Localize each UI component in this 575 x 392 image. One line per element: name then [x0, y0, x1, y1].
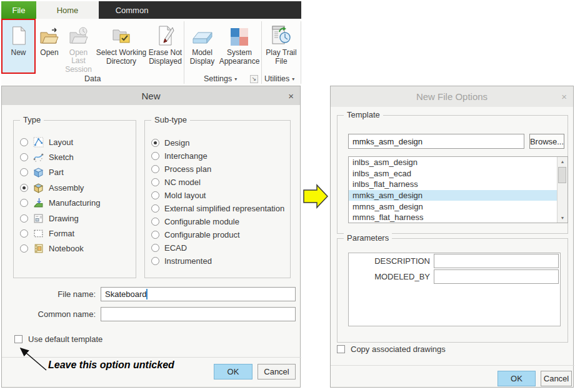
- subtype-option-ecad[interactable]: ECAD: [145, 241, 290, 254]
- ribbon-tab-bar: File Home Common: [1, 1, 301, 19]
- ribbon-divider: [184, 21, 184, 84]
- ribbon-group-data: Data: [84, 74, 101, 83]
- drawing-icon: [33, 213, 44, 224]
- subtype-option-interchange[interactable]: Interchange: [145, 149, 290, 163]
- cancel-button[interactable]: Cancel: [258, 364, 296, 379]
- close-icon[interactable]: ×: [288, 86, 294, 105]
- subtype-option-label: Design: [164, 138, 189, 148]
- subtype-option-label: NC model: [164, 178, 201, 187]
- close-icon[interactable]: ×: [561, 86, 567, 107]
- list-item[interactable]: mmns_flat_harness: [349, 212, 568, 223]
- subtype-option-instrumented[interactable]: Instrumented: [145, 254, 290, 268]
- subtype-option-design[interactable]: Design: [145, 136, 290, 149]
- template-listbox: inlbs_asm_design inlbs_asm_ecad inlbs_fl…: [348, 156, 568, 223]
- list-item[interactable]: inlbs_asm_ecad: [349, 168, 568, 179]
- sketch-icon: [33, 152, 44, 163]
- new-button-label: New: [11, 49, 26, 58]
- type-option-manufacturing[interactable]: Manufacturing: [14, 196, 136, 211]
- type-group-label: Type: [20, 115, 44, 124]
- type-option-notebook[interactable]: Notebook: [14, 241, 136, 256]
- description-input[interactable]: [434, 254, 559, 268]
- subtype-option-configurable-module[interactable]: Configurable module: [145, 215, 290, 228]
- ok-button[interactable]: OK: [498, 371, 536, 386]
- new-button[interactable]: New: [1, 19, 36, 74]
- common-name-input[interactable]: [101, 307, 296, 321]
- tab-common[interactable]: Common: [99, 1, 165, 19]
- erase-not-displayed-button[interactable]: Erase Not Displayed: [148, 20, 183, 74]
- ok-button[interactable]: OK: [214, 364, 252, 379]
- template-input[interactable]: [348, 134, 524, 149]
- subtype-option-label: Mold layout: [164, 191, 206, 200]
- type-option-assembly[interactable]: Assembly: [14, 180, 136, 195]
- list-item[interactable]: inlbs_flat_harness: [349, 179, 568, 190]
- subtype-option-mold-layout[interactable]: Mold layout: [145, 189, 290, 202]
- tab-file[interactable]: File: [1, 1, 36, 19]
- open-last-session-button[interactable]: Open Last Session: [62, 20, 95, 74]
- file-name-label: File name:: [2, 289, 96, 299]
- part-icon: [33, 167, 44, 178]
- system-appearance-button[interactable]: System Appearance: [219, 20, 259, 74]
- scrollbar-thumb[interactable]: [558, 167, 566, 183]
- checkbox-unchecked[interactable]: [14, 335, 22, 343]
- scrollbar[interactable]: ▲ ▼: [557, 157, 568, 223]
- select-working-directory-button[interactable]: Select Working Directory: [95, 20, 148, 74]
- ribbon-divider: [261, 21, 262, 84]
- subtype-option-process-plan[interactable]: Process plan: [145, 163, 290, 176]
- radio-unchecked: [20, 229, 28, 238]
- open-last-session-icon: [68, 20, 89, 46]
- radio-checked: [151, 139, 159, 147]
- type-option-sketch[interactable]: Sketch: [14, 149, 136, 164]
- subtype-option-label: Process plan: [164, 164, 211, 174]
- file-name-input[interactable]: [101, 287, 296, 301]
- list-item-selected[interactable]: mmks_asm_design: [349, 190, 557, 201]
- ribbon: New Open Open Last Session Select Workin…: [1, 19, 301, 86]
- radio-unchecked: [20, 153, 28, 161]
- play-trail-file-label: Play Trail File: [263, 49, 299, 66]
- type-option-part[interactable]: Part: [14, 165, 136, 180]
- list-item[interactable]: mmns_asm_design: [349, 201, 568, 212]
- parameter-row: DESCRIPTION: [349, 253, 560, 269]
- screenshot-canvas: File Home Common New Open Open Last Sess…: [0, 0, 575, 392]
- parameters-group-label: Parameters: [344, 233, 392, 243]
- checkbox-unchecked[interactable]: [337, 345, 345, 353]
- use-default-template-checkbox-row[interactable]: Use default template: [14, 334, 102, 344]
- radio-unchecked: [151, 152, 159, 160]
- scroll-down-icon[interactable]: ▼: [558, 213, 568, 223]
- settings-dialog-launcher-icon[interactable]: ↘: [250, 75, 258, 83]
- radio-unchecked: [151, 204, 159, 213]
- subtype-option-label: ECAD: [164, 243, 187, 253]
- scroll-up-icon[interactable]: ▲: [558, 157, 568, 166]
- assembly-icon: [33, 183, 44, 193]
- list-item[interactable]: inlbs_asm_design: [349, 157, 568, 168]
- group-data-label: Data: [84, 74, 101, 83]
- dialog-separator: [331, 365, 574, 366]
- type-option-layout[interactable]: Layout: [14, 134, 136, 149]
- browse-button[interactable]: Browse...: [529, 134, 564, 149]
- tab-home[interactable]: Home: [36, 1, 99, 19]
- copy-associated-drawings-checkbox-row[interactable]: Copy associated drawings: [337, 344, 446, 354]
- subtype-option-label: Instrumented: [164, 256, 212, 266]
- model-display-icon: [191, 20, 214, 46]
- subtype-option-external-simplified-representation[interactable]: External simplified representation: [145, 202, 290, 215]
- type-option-label: Drawing: [49, 214, 79, 223]
- system-appearance-label: System Appearance: [219, 49, 260, 66]
- type-option-drawing[interactable]: Drawing: [14, 211, 136, 226]
- erase-not-displayed-label: Erase Not Displayed: [148, 49, 183, 66]
- cancel-button[interactable]: Cancel: [541, 371, 572, 386]
- play-trail-file-button[interactable]: Play Trail File: [263, 20, 299, 74]
- select-working-directory-label: Select Working Directory: [95, 49, 148, 66]
- subtype-option-nc-model[interactable]: NC model: [145, 176, 290, 189]
- dropdown-arrow-icon: ▾: [234, 76, 237, 82]
- subtype-option-configurable-product[interactable]: Configurable product: [145, 228, 290, 241]
- copy-associated-drawings-label: Copy associated drawings: [351, 344, 446, 354]
- new-file-options-dialog: New File Options × Template Browse... in…: [330, 86, 574, 388]
- type-option-format[interactable]: Format: [14, 226, 136, 241]
- open-button[interactable]: Open: [37, 20, 62, 74]
- ribbon-group-utilities[interactable]: Utilities ▾: [264, 74, 294, 83]
- radio-unchecked: [20, 214, 28, 223]
- modeled-by-input[interactable]: [434, 269, 559, 284]
- ribbon-group-settings[interactable]: Settings ▾: [204, 74, 237, 83]
- system-appearance-icon: [230, 20, 249, 46]
- type-option-label: Assembly: [49, 183, 84, 193]
- model-display-button[interactable]: Model Display: [186, 20, 219, 74]
